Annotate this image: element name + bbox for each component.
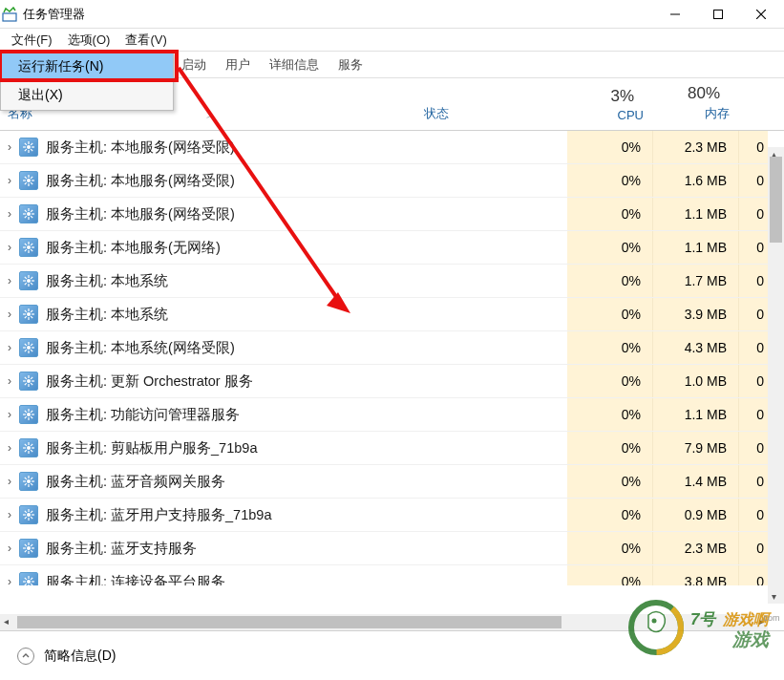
fewer-details-link[interactable]: 简略信息(D)	[44, 648, 116, 665]
process-extra: 0	[739, 432, 768, 464]
menu-file[interactable]: 文件(F)	[4, 30, 60, 51]
table-row[interactable]: ›服务主机: 蓝牙支持服务0%2.3 MB0	[0, 532, 784, 565]
expand-icon[interactable]: ›	[0, 408, 19, 421]
vertical-scroll-thumb[interactable]	[770, 157, 782, 243]
svg-line-51	[25, 283, 27, 285]
svg-line-21	[25, 177, 27, 179]
process-cpu: 0%	[567, 465, 653, 498]
vertical-scrollbar[interactable]: ▴ ▾	[768, 147, 784, 604]
expand-icon[interactable]: ›	[0, 241, 19, 254]
tab-users[interactable]: 用户	[216, 53, 260, 77]
process-extra: 0	[739, 298, 768, 330]
table-row[interactable]: ›服务主机: 本地服务(网络受限)0%1.6 MB0	[0, 164, 784, 198]
svg-point-97	[27, 479, 31, 483]
menu-exit[interactable]: 退出(X)	[1, 81, 173, 110]
process-memory: 1.0 MB	[653, 365, 739, 397]
svg-line-129	[25, 578, 27, 580]
svg-line-122	[31, 544, 32, 546]
scroll-down-icon[interactable]: ▾	[772, 591, 776, 602]
svg-line-68	[31, 344, 32, 346]
process-name: 服务主机: 连接设备平台服务	[46, 573, 424, 586]
svg-line-103	[31, 483, 32, 485]
process-name: 服务主机: 本地服务(网络受限)	[46, 172, 424, 190]
svg-line-104	[31, 478, 32, 479]
table-row[interactable]: ›服务主机: 连接设备平台服务0%3.8 MB0	[0, 565, 784, 585]
memory-label: 内存	[705, 106, 730, 120]
table-row[interactable]: ›服务主机: 本地服务(网络受限)0%1.1 MB0	[0, 198, 784, 231]
svg-line-77	[31, 377, 32, 379]
table-row[interactable]: ›服务主机: 本地系统(网络受限)0%4.3 MB0	[0, 331, 784, 365]
process-memory: 7.9 MB	[653, 432, 739, 464]
process-memory: 0.9 MB	[653, 499, 739, 531]
scroll-right-icon[interactable]: ▸	[759, 616, 764, 627]
expand-icon[interactable]: ›	[0, 274, 19, 287]
process-cpu: 0%	[567, 432, 653, 464]
scroll-left-icon[interactable]: ◂	[4, 616, 9, 627]
expand-icon[interactable]: ›	[0, 174, 19, 187]
menu-view[interactable]: 查看(V)	[117, 30, 174, 51]
process-name: 服务主机: 本地系统	[46, 306, 424, 324]
file-dropdown: 运行新任务(N) 退出(X)	[0, 52, 174, 111]
tab-details[interactable]: 详细信息	[260, 53, 328, 77]
table-row[interactable]: ›服务主机: 功能访问管理器服务0%1.1 MB0	[0, 398, 784, 432]
process-extra: 0	[739, 398, 768, 431]
horizontal-scrollbar[interactable]: ◂ ▸	[0, 614, 768, 630]
table-row[interactable]: ›服务主机: 本地服务(无网络)0%1.1 MB0	[0, 231, 784, 265]
tab-startup[interactable]: 启动	[172, 53, 216, 77]
table-row[interactable]: ›服务主机: 本地服务(网络受限)0%2.3 MB0	[0, 131, 784, 164]
svg-line-42	[25, 249, 27, 251]
col-header-memory[interactable]: 80% 内存	[653, 84, 739, 130]
minimize-button[interactable]	[653, 0, 696, 29]
expand-icon[interactable]: ›	[0, 542, 19, 555]
expand-icon[interactable]: ›	[0, 475, 19, 488]
svg-rect-0	[3, 13, 16, 21]
service-icon	[19, 138, 38, 157]
menu-run-new-task[interactable]: 运行新任务(N)	[1, 53, 173, 81]
svg-line-123	[25, 550, 27, 552]
svg-point-79	[27, 413, 31, 416]
service-icon	[19, 539, 38, 558]
svg-point-16	[27, 179, 31, 182]
process-memory: 2.3 MB	[653, 532, 739, 564]
menu-options[interactable]: 选项(O)	[60, 30, 118, 51]
process-name: 服务主机: 本地服务(网络受限)	[46, 138, 424, 157]
close-button[interactable]	[739, 0, 782, 29]
expand-icon[interactable]: ›	[0, 140, 19, 154]
horizontal-scroll-thumb[interactable]	[17, 616, 562, 628]
expand-icon[interactable]: ›	[0, 207, 19, 221]
expand-icon[interactable]: ›	[0, 575, 19, 585]
window-titlebar: 任务管理器	[0, 0, 784, 29]
window-title: 任务管理器	[23, 6, 85, 23]
svg-point-52	[27, 312, 31, 316]
svg-line-22	[31, 182, 32, 184]
table-row[interactable]: ›服务主机: 蓝牙用户支持服务_71b9a0%0.9 MB0	[0, 499, 784, 532]
maximize-button[interactable]	[696, 0, 739, 29]
table-row[interactable]: ›服务主机: 蓝牙音频网关服务0%1.4 MB0	[0, 465, 784, 499]
expand-icon[interactable]: ›	[0, 508, 19, 521]
expand-icon[interactable]: ›	[0, 374, 19, 388]
svg-line-93	[25, 444, 27, 446]
process-cpu: 0%	[567, 398, 653, 431]
svg-line-33	[25, 216, 27, 218]
svg-line-40	[31, 249, 32, 251]
collapse-icon[interactable]	[17, 648, 34, 665]
process-cpu: 0%	[567, 532, 653, 564]
expand-icon[interactable]: ›	[0, 341, 19, 354]
expand-icon[interactable]: ›	[0, 441, 19, 455]
process-memory: 2.3 MB	[653, 131, 739, 163]
service-icon	[19, 572, 38, 585]
table-row[interactable]: ›服务主机: 剪贴板用户服务_71b9a0%7.9 MB0	[0, 432, 784, 465]
process-cpu: 0%	[567, 331, 653, 364]
process-memory: 1.6 MB	[653, 164, 739, 197]
table-row[interactable]: ›服务主机: 本地系统0%3.9 MB0	[0, 298, 784, 331]
tab-services[interactable]: 服务	[328, 53, 372, 77]
table-row[interactable]: ›服务主机: 本地系统0%1.7 MB0	[0, 265, 784, 298]
process-extra: 0	[739, 565, 768, 585]
col-header-status[interactable]: 状态	[424, 105, 567, 130]
col-header-cpu[interactable]: 3% CPU	[567, 87, 653, 130]
svg-line-94	[31, 450, 32, 452]
table-row[interactable]: ›服务主机: 更新 Orchestrator 服务0%1.0 MB0	[0, 365, 784, 398]
process-name: 服务主机: 本地系统	[46, 272, 424, 290]
expand-icon[interactable]: ›	[0, 308, 19, 321]
service-icon	[19, 238, 38, 257]
